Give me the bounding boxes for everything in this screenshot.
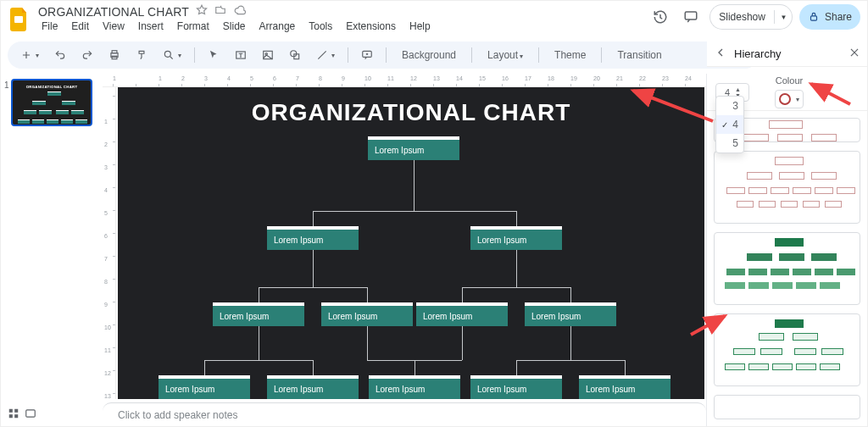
menu-insert[interactable]: Insert: [135, 19, 167, 33]
org-node-l3c[interactable]: Lorem Ipsum: [416, 302, 508, 326]
levels-dropdown[interactable]: 3 ✓4 5: [715, 96, 744, 153]
share-button[interactable]: Share: [799, 4, 860, 30]
theme-button[interactable]: Theme: [548, 47, 593, 64]
doc-title[interactable]: ORGANIZATIONAL CHART: [38, 5, 189, 19]
colour-swatch: [779, 93, 791, 105]
level-option-5[interactable]: 5: [716, 134, 743, 152]
svg-line-13: [633, 91, 713, 121]
canvas-stage[interactable]: ORGANIZATIONAL CHART: [116, 87, 706, 399]
menu-bar: File Edit View Insert Format Slide Arran…: [38, 19, 642, 33]
annotation-arrow-3: [687, 313, 730, 338]
svg-line-15: [691, 316, 725, 335]
slide-number: 1: [4, 80, 9, 90]
svg-rect-0: [14, 16, 23, 23]
vertical-ruler: 12345678910111213: [103, 87, 116, 399]
svg-rect-19: [14, 414, 18, 418]
background-button[interactable]: Background: [395, 47, 463, 64]
comments-icon[interactable]: [679, 5, 703, 29]
gallery-item-5[interactable]: [714, 395, 860, 419]
horizontal-ruler: 1123456789101112131415161718192021222324…: [103, 74, 706, 87]
org-node-l2a[interactable]: Lorem Ipsum: [267, 226, 359, 250]
menu-tools[interactable]: Tools: [305, 19, 336, 33]
menu-view[interactable]: View: [99, 19, 128, 33]
menu-format[interactable]: Format: [174, 19, 213, 33]
slideshow-dropdown[interactable]: ▼: [774, 4, 793, 30]
shape-tool[interactable]: [285, 47, 305, 64]
level-option-3[interactable]: 3: [716, 97, 743, 115]
undo-button[interactable]: [50, 47, 70, 64]
annotation-arrow-2: [806, 80, 857, 109]
toolbar: ▾ ▾ ▾ Background Layout▾ Theme Transitio…: [8, 42, 759, 69]
menu-edit[interactable]: Edit: [68, 19, 92, 33]
colour-picker[interactable]: ▾: [775, 90, 804, 108]
org-node-l3a[interactable]: Lorem Ipsum: [213, 302, 304, 326]
org-node-l4c[interactable]: Lorem Ipsum: [369, 375, 460, 399]
org-node-l3d[interactable]: Lorem Ipsum: [525, 302, 616, 326]
layout-button[interactable]: Layout▾: [481, 47, 530, 64]
print-button[interactable]: [104, 47, 125, 64]
levels-up[interactable]: ▲: [735, 86, 745, 92]
star-icon[interactable]: [196, 4, 208, 19]
gallery-item-4[interactable]: [714, 313, 860, 386]
transition-button[interactable]: Transition: [610, 47, 668, 64]
slide-title[interactable]: ORGANIZATIONAL CHART: [118, 99, 704, 126]
slide-canvas[interactable]: ORGANIZATIONAL CHART: [118, 87, 704, 399]
svg-point-6: [164, 51, 170, 57]
share-label: Share: [825, 11, 852, 23]
hierarchy-panel: Hierarchy 4 ▲▼ 3 ✓4 5 Colour: [706, 74, 867, 426]
slide-thumbnail-1[interactable]: ORGANIZATIONAL CHART: [11, 79, 92, 126]
textbox-tool[interactable]: [231, 47, 251, 64]
menu-slide[interactable]: Slide: [220, 19, 249, 33]
cursor-tool[interactable]: [203, 47, 224, 64]
org-node-root[interactable]: Lorem Ipsum: [368, 136, 459, 160]
zoom-button[interactable]: ▾: [159, 47, 186, 64]
org-node-l4b[interactable]: Lorem Ipsum: [267, 375, 359, 399]
gallery-item-3[interactable]: [714, 232, 860, 305]
menu-arrange[interactable]: Arrange: [256, 19, 299, 33]
colour-label: Colour: [776, 75, 803, 86]
diagram-gallery[interactable]: [707, 111, 867, 426]
slideshow-button[interactable]: Slideshow: [709, 4, 774, 30]
speaker-notes[interactable]: Click to add speaker notes: [103, 402, 706, 426]
cloud-icon[interactable]: [233, 4, 247, 19]
svg-rect-16: [9, 409, 13, 413]
menu-help[interactable]: Help: [406, 19, 434, 33]
comment-tool[interactable]: [357, 47, 377, 64]
panel-back-icon[interactable]: [714, 46, 727, 62]
slide-rail[interactable]: 1 ORGANIZATIONAL CHART: [1, 74, 103, 426]
svg-rect-1: [686, 12, 698, 19]
svg-rect-18: [9, 414, 13, 418]
org-node-l4d[interactable]: Lorem Ipsum: [470, 375, 562, 399]
level-option-4[interactable]: ✓4: [716, 115, 743, 134]
grid-view-icon[interactable]: [8, 408, 36, 419]
panel-close-icon[interactable]: [849, 47, 860, 61]
svg-rect-17: [14, 409, 18, 413]
redo-button[interactable]: [77, 47, 97, 64]
org-node-l4a[interactable]: Lorem Ipsum: [159, 375, 250, 399]
svg-rect-20: [26, 410, 36, 417]
history-icon[interactable]: [648, 5, 672, 29]
line-tool[interactable]: ▾: [312, 47, 339, 64]
svg-line-14: [811, 84, 850, 104]
new-slide-button[interactable]: ▾: [16, 47, 43, 64]
org-node-l4e[interactable]: Lorem Ipsum: [579, 375, 670, 399]
svg-rect-4: [112, 51, 117, 53]
org-node-l2b[interactable]: Lorem Ipsum: [470, 226, 562, 250]
annotation-arrow-1: [628, 86, 721, 128]
gallery-item-2[interactable]: [714, 151, 860, 224]
slideshow-split: Slideshow ▼: [709, 4, 793, 30]
svg-rect-2: [810, 16, 816, 20]
image-tool[interactable]: [258, 47, 278, 64]
org-node-l3b[interactable]: Lorem Ipsum: [321, 302, 413, 326]
paint-format-button[interactable]: [131, 47, 152, 64]
move-icon[interactable]: [214, 4, 226, 19]
menu-file[interactable]: File: [38, 19, 61, 33]
menu-extensions[interactable]: Extensions: [342, 19, 399, 33]
slides-logo[interactable]: [8, 8, 31, 31]
panel-title: Hierarchy: [734, 47, 782, 60]
